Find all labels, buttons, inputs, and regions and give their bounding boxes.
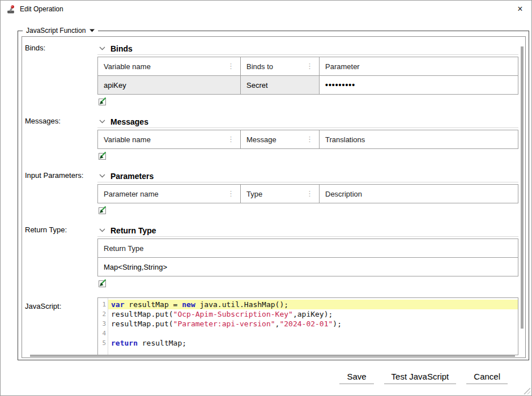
column-header[interactable]: Parameter — [320, 57, 518, 75]
code-gutter: 12345 — [98, 298, 108, 355]
column-menu-icon[interactable]: ⋮ — [306, 137, 313, 142]
vertical-scrollbar[interactable] — [521, 46, 524, 329]
column-header[interactable]: Message⋮ — [241, 130, 320, 148]
table-cell[interactable]: ••••••••• — [320, 76, 518, 94]
save-button[interactable]: Save — [339, 369, 373, 384]
column-header-label: Variable name — [104, 135, 227, 144]
column-header[interactable]: Parameter name⋮ — [98, 185, 241, 203]
line-number: 3 — [98, 319, 108, 329]
footer-buttons: Save Test JavaScript Cancel — [339, 369, 508, 384]
section-title: Messages — [110, 117, 148, 126]
code-line[interactable]: resultMap.put("Parameter:api-version","2… — [108, 319, 518, 329]
line-number: 4 — [98, 329, 108, 338]
column-header[interactable]: Variable name⋮ — [98, 130, 241, 148]
section-title: Parameters — [110, 172, 154, 181]
form-panel: Binds: Binds Variable name⋮Binds to⋮Para… — [22, 36, 526, 358]
resize-grip[interactable] — [523, 387, 531, 395]
code-line[interactable]: resultMap.put("Ocp-Apim-Subscription-Key… — [108, 309, 518, 319]
window-title: Edit Operation — [20, 5, 63, 13]
binds-table: Variable name⋮Binds to⋮ParameterapiKeySe… — [97, 57, 518, 95]
column-header-label: Translations — [325, 135, 512, 144]
add-row-icon[interactable] — [97, 151, 107, 160]
parameters-label: Input Parameters: — [25, 170, 97, 215]
edit-operation-dialog: Edit Operation × JavaScript Function Bin… — [0, 0, 532, 396]
table-cell[interactable]: Secret — [241, 76, 320, 94]
add-row-icon[interactable] — [97, 206, 107, 215]
code-lines: var resultMap = new java.util.HashMap();… — [108, 298, 518, 355]
titlebar: Edit Operation × — [1, 1, 531, 18]
column-menu-icon[interactable]: ⋮ — [227, 191, 235, 197]
table-row[interactable]: Map<String,String> — [98, 258, 518, 276]
messages-label: Messages: — [25, 116, 97, 160]
column-header-label: Variable name — [104, 62, 227, 71]
column-header-label: Description — [325, 190, 512, 198]
column-header[interactable]: Description — [320, 185, 518, 203]
groupbox-label: JavaScript Function — [26, 27, 86, 35]
column-menu-icon[interactable]: ⋮ — [227, 63, 235, 69]
parameters-table: Parameter name⋮Type⋮Description — [97, 184, 518, 203]
function-type-selector[interactable]: JavaScript Function — [23, 27, 98, 35]
dropdown-caret-icon — [90, 29, 95, 32]
column-header[interactable]: Binds to⋮ — [241, 57, 320, 75]
chevron-down-icon — [99, 174, 105, 178]
code-line[interactable] — [108, 329, 518, 338]
code-token: resultMap = — [124, 300, 182, 309]
code-token: resultMap.put( — [111, 320, 173, 328]
code-token: resultMap.put( — [111, 310, 173, 318]
column-header[interactable]: Variable name⋮ — [98, 57, 241, 75]
code-line[interactable]: var resultMap = new java.util.HashMap(); — [108, 300, 518, 309]
column-menu-icon[interactable]: ⋮ — [306, 63, 313, 69]
javascript-code-editor[interactable]: 12345 var resultMap = new java.util.Hash… — [97, 297, 518, 355]
add-row-icon[interactable] — [97, 97, 107, 106]
add-row-icon[interactable] — [97, 279, 107, 288]
section-parameters: Input Parameters: Parameters Parameter n… — [25, 170, 525, 215]
column-header-label: Binds to — [246, 62, 306, 71]
column-header-label: Parameter name — [104, 190, 227, 198]
table-cell[interactable]: Map<String,String> — [98, 258, 518, 276]
code-token: "Ocp-Apim-Subscription-Key" — [173, 310, 293, 318]
code-token: java.util.HashMap(); — [195, 300, 288, 309]
return-type-table: Return TypeMap<String,String> — [97, 239, 518, 276]
line-number: 2 — [98, 309, 108, 319]
column-header[interactable]: Type⋮ — [241, 185, 320, 203]
return-type-label: Return Type: — [25, 224, 97, 288]
table-row[interactable]: apiKeySecret••••••••• — [98, 76, 518, 94]
code-token: new — [182, 300, 195, 309]
horizontal-scrollbar[interactable] — [30, 355, 515, 357]
binds-collapse-header[interactable]: Binds — [97, 42, 518, 55]
messages-table: Variable name⋮Message⋮Translations — [97, 130, 518, 149]
cancel-button[interactable]: Cancel — [466, 369, 508, 384]
column-menu-icon[interactable]: ⋮ — [227, 137, 235, 142]
column-menu-icon[interactable]: ⋮ — [306, 191, 313, 197]
parameters-collapse-header[interactable]: Parameters — [97, 170, 518, 182]
column-header-label: Parameter — [325, 62, 512, 71]
test-javascript-button[interactable]: Test JavaScript — [384, 369, 457, 384]
table-cell[interactable]: apiKey — [98, 76, 241, 94]
section-messages: Messages: Messages Variable name⋮Message… — [25, 116, 525, 160]
column-header[interactable]: Return Type — [98, 239, 518, 257]
return-type-collapse-header[interactable]: Return Type — [97, 224, 518, 237]
column-header[interactable]: Translations — [320, 130, 518, 148]
section-javascript: JavaScript: 12345 var resultMap = new ja… — [25, 297, 525, 355]
code-line[interactable]: return resultMap; — [108, 338, 518, 348]
section-binds: Binds: Binds Variable name⋮Binds to⋮Para… — [25, 42, 525, 106]
code-token: return — [111, 339, 138, 347]
chevron-down-icon — [99, 120, 105, 124]
javascript-label: JavaScript: — [25, 297, 97, 355]
code-token: var — [111, 300, 124, 309]
chevron-down-icon — [99, 46, 105, 50]
code-token: "Parameter:api-version" — [173, 320, 275, 328]
code-token: "2024-02-01" — [279, 320, 333, 328]
column-header-label: Message — [246, 135, 306, 144]
column-header-label: Type — [246, 190, 306, 198]
code-token: ); — [333, 320, 342, 328]
binds-label: Binds: — [25, 42, 97, 106]
close-icon[interactable]: × — [513, 5, 527, 14]
code-token: ,apiKey); — [293, 310, 333, 318]
section-title: Binds — [110, 44, 133, 53]
app-icon — [6, 5, 16, 14]
messages-collapse-header[interactable]: Messages — [97, 116, 518, 128]
chevron-down-icon — [99, 228, 105, 232]
section-title: Return Type — [110, 226, 156, 235]
code-token: resultMap; — [138, 339, 186, 347]
